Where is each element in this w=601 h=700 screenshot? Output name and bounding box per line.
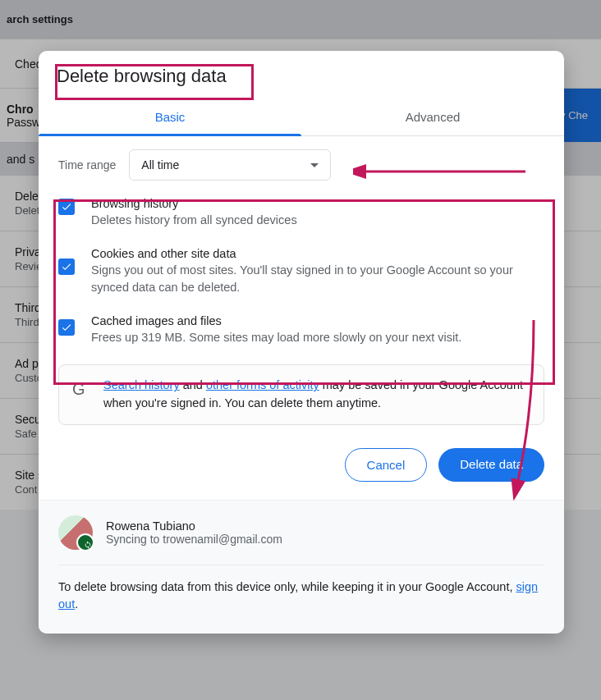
google-account-info: G Search history and other forms of acti… — [58, 364, 544, 425]
footer-text: . — [75, 597, 78, 611]
tab-basic[interactable]: Basic — [39, 98, 301, 135]
info-text: and — [180, 378, 206, 391]
check-icon — [61, 261, 72, 272]
item-sub: Frees up 319 MB. Some sites may load mor… — [91, 329, 461, 346]
google-icon: G — [72, 377, 90, 413]
footer-text: To delete browsing data from this device… — [58, 580, 516, 593]
avatar — [58, 515, 93, 550]
search-history-link[interactable]: Search history — [103, 378, 180, 391]
item-title: Cookies and other site data — [91, 247, 544, 260]
delete-browsing-data-dialog: Delete browsing data Basic Advanced Time… — [39, 51, 564, 634]
delete-data-button[interactable]: Delete data — [438, 448, 544, 482]
sync-icon — [84, 541, 92, 549]
time-range-label: Time range — [58, 158, 116, 172]
check-icon — [61, 322, 72, 333]
time-range-select[interactable]: All time — [129, 149, 331, 181]
item-sub: Deletes history from all synced devices — [91, 212, 297, 229]
item-title: Cached images and files — [91, 314, 461, 327]
checkbox-browsing-history[interactable] — [58, 199, 75, 215]
item-sub: Signs you out of most sites. You'll stay… — [91, 262, 544, 296]
tab-advanced[interactable]: Advanced — [301, 98, 564, 135]
user-name: Rowena Tubiano — [106, 519, 282, 533]
chevron-down-icon — [310, 163, 319, 167]
sync-status: Syncing to trowenamil@gmail.com — [106, 533, 282, 546]
checkbox-cookies[interactable] — [58, 258, 75, 275]
divider — [58, 565, 544, 565]
other-activity-link[interactable]: other forms of activity — [206, 378, 319, 391]
checkbox-cache[interactable] — [58, 319, 75, 336]
time-range-value: All time — [141, 158, 179, 172]
cancel-button[interactable]: Cancel — [345, 448, 428, 482]
item-title: Browsing history — [91, 197, 297, 210]
check-icon — [61, 201, 72, 213]
dialog-title: Delete browsing data — [39, 51, 564, 92]
